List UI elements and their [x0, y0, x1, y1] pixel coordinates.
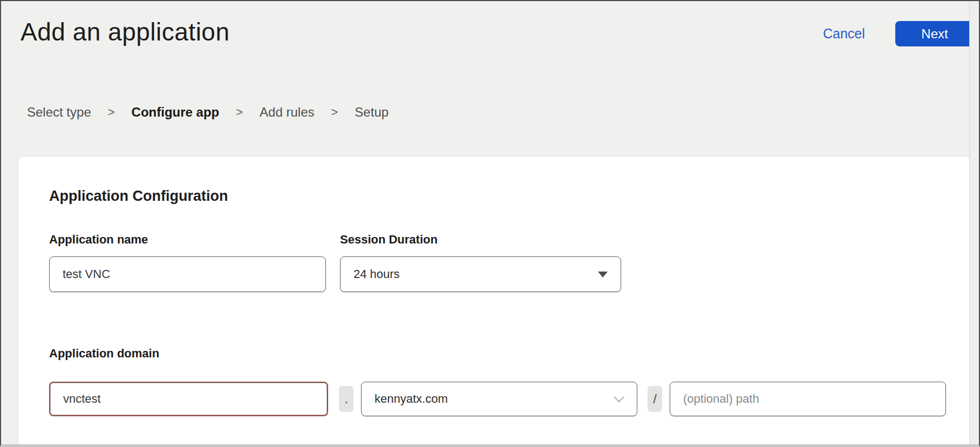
dropdown-caret-icon [598, 272, 608, 277]
session-duration-value: 24 hours [353, 267, 400, 281]
subdomain-input[interactable] [49, 382, 328, 416]
page-title: Add an application [21, 17, 230, 46]
path-input[interactable] [670, 382, 946, 416]
domain-select[interactable]: kennyatx.com [361, 382, 637, 416]
session-duration-label: Session Duration [340, 233, 438, 247]
breadcrumb-step-setup[interactable]: Setup [355, 105, 389, 120]
breadcrumb-step-select-type[interactable]: Select type [27, 105, 91, 120]
breadcrumb-separator-icon: > [108, 105, 115, 119]
breadcrumb-separator-icon: > [331, 105, 338, 119]
application-name-label: Application name [49, 233, 148, 247]
breadcrumb: Select type > Configure app > Add rules … [27, 105, 389, 120]
app-window: Add an application Cancel Next Select ty… [0, 0, 980, 447]
breadcrumb-step-add-rules[interactable]: Add rules [260, 105, 314, 120]
dot-separator: . [339, 386, 353, 412]
application-configuration-card: Application Configuration Application na… [18, 156, 970, 447]
session-duration-select[interactable]: 24 hours [340, 256, 621, 292]
slash-separator: / [648, 386, 662, 412]
vertical-scrollbar[interactable] [969, 1, 977, 444]
application-domain-label: Application domain [49, 347, 159, 361]
domain-select-value: kennyatx.com [375, 392, 448, 406]
breadcrumb-separator-icon: > [236, 105, 243, 119]
breadcrumb-step-configure-app[interactable]: Configure app [132, 105, 220, 120]
chevron-down-icon [614, 392, 624, 403]
next-button[interactable]: Next [895, 21, 974, 46]
cancel-button[interactable]: Cancel [823, 26, 865, 42]
application-name-input[interactable] [49, 256, 326, 292]
card-heading: Application Configuration [49, 188, 228, 205]
